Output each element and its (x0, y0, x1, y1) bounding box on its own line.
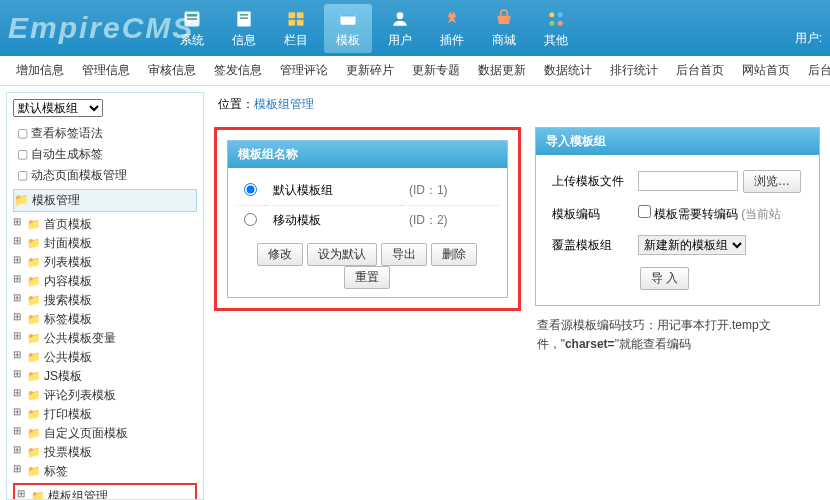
nav-模板[interactable]: 模板 (324, 4, 372, 53)
browse-button[interactable]: 浏览… (743, 170, 801, 193)
tree-item[interactable]: 搜索模板 (13, 291, 197, 310)
svg-rect-11 (341, 13, 356, 16)
subnav-item[interactable]: 后台首页 (670, 58, 730, 83)
cover-select[interactable]: 新建新的模板组 (638, 235, 746, 255)
group-id: (ID：2) (401, 206, 499, 236)
tree-item[interactable]: 公共模板 (13, 348, 197, 367)
action-button-修改[interactable]: 修改 (257, 243, 303, 266)
subnav-item[interactable]: 排行统计 (604, 58, 664, 83)
tree-item[interactable]: 首页模板 (13, 215, 197, 234)
nav-icon (438, 8, 466, 30)
svg-point-14 (558, 12, 563, 17)
encoding-label: 模板编码 (546, 200, 630, 228)
svg-point-12 (397, 12, 404, 19)
group-radio[interactable] (244, 213, 257, 226)
panel2-title: 导入模板组 (536, 128, 819, 155)
tree-item[interactable]: 评论列表模板 (13, 386, 197, 405)
panel1-title: 模板组名称 (228, 141, 507, 168)
template-root-folder[interactable]: 模板管理 (13, 189, 197, 212)
svg-rect-6 (289, 12, 296, 18)
group-name: 默认模板组 (265, 176, 401, 206)
group-name: 移动模板 (265, 206, 401, 236)
subnav-item[interactable]: 更新碎片 (340, 58, 400, 83)
nav-商城[interactable]: 商城 (480, 4, 528, 53)
group-radio[interactable] (244, 183, 257, 196)
svg-rect-1 (187, 14, 197, 17)
nav-icon (282, 8, 310, 30)
action-button-设为默认[interactable]: 设为默认 (307, 243, 377, 266)
side-link[interactable]: 自动生成标签 (13, 144, 197, 165)
side-link[interactable]: 动态页面模板管理 (13, 165, 197, 186)
logo: EmpireCMS (8, 11, 168, 45)
highlight-box-panel: 模板组名称 默认模板组(ID：1)移动模板(ID：2) 修改设为默认导出删除重置 (214, 127, 521, 311)
nav-icon (542, 8, 570, 30)
nav-系统[interactable]: 系统 (168, 4, 216, 53)
subnav-item[interactable]: 更新专题 (406, 58, 466, 83)
import-button[interactable]: 导 入 (640, 267, 689, 290)
subnav-item[interactable]: 增加信息 (10, 58, 70, 83)
svg-rect-8 (289, 19, 296, 25)
svg-rect-9 (297, 19, 304, 25)
highlight-box-tree: 模板组管理 导入/导出模板组 (13, 483, 197, 500)
tree-item[interactable]: 公共模板变量 (13, 329, 197, 348)
subnav-item[interactable]: 管理信息 (76, 58, 136, 83)
tree-item[interactable]: 内容模板 (13, 272, 197, 291)
nav-用户[interactable]: 用户 (376, 4, 424, 53)
action-button-删除[interactable]: 删除 (431, 243, 477, 266)
tree-item[interactable]: 标签 (13, 462, 197, 481)
nav-icon (230, 8, 258, 30)
nav-栏目[interactable]: 栏目 (272, 4, 320, 53)
subnav-item[interactable]: 数据统计 (538, 58, 598, 83)
action-button-导出[interactable]: 导出 (381, 243, 427, 266)
tree-item[interactable]: 打印模板 (13, 405, 197, 424)
breadcrumb: 位置：模板组管理 (218, 96, 820, 113)
tree-item[interactable]: 列表模板 (13, 253, 197, 272)
svg-rect-2 (187, 18, 197, 20)
user-label: 用户: (795, 30, 822, 47)
group-id: (ID：1) (401, 176, 499, 206)
tree-item[interactable]: 封面模板 (13, 234, 197, 253)
nav-icon (334, 8, 362, 30)
upload-field[interactable] (638, 171, 738, 191)
tree-item[interactable]: 投票模板 (13, 443, 197, 462)
cover-label: 覆盖模板组 (546, 230, 630, 260)
subnav-item[interactable]: 数据更新 (472, 58, 532, 83)
svg-point-15 (549, 20, 554, 25)
nav-其他[interactable]: 其他 (532, 4, 580, 53)
nav-icon (386, 8, 414, 30)
tip-text: 查看源模板编码技巧：用记事本打开.temp文件，"charset="就能查看编码 (537, 316, 818, 354)
subnav-item[interactable]: 网站首页 (736, 58, 796, 83)
subnav-item[interactable]: 审核信息 (142, 58, 202, 83)
tree-item[interactable]: 标签模板 (13, 310, 197, 329)
nav-icon (490, 8, 518, 30)
template-group-select[interactable]: 默认模板组 (13, 99, 103, 117)
svg-point-16 (558, 20, 563, 25)
upload-label: 上传模板文件 (546, 165, 630, 198)
subnav-item[interactable]: 管理评论 (274, 58, 334, 83)
sub-nav: 增加信息管理信息审核信息签发信息管理评论更新碎片更新专题数据更新数据统计排行统计… (0, 56, 830, 86)
nav-插件[interactable]: 插件 (428, 4, 476, 53)
nav-信息[interactable]: 信息 (220, 4, 268, 53)
tree-template-group-mgmt[interactable]: 模板组管理 导入/导出模板组 (17, 487, 193, 500)
svg-rect-7 (297, 12, 304, 18)
breadcrumb-link[interactable]: 模板组管理 (254, 97, 314, 111)
subnav-item[interactable]: 签发信息 (208, 58, 268, 83)
encoding-checkbox[interactable] (638, 205, 651, 218)
action-button-重置[interactable]: 重置 (344, 266, 390, 289)
subnav-item[interactable]: 后台地图 (802, 58, 830, 83)
side-link[interactable]: 查看标签语法 (13, 123, 197, 144)
sidebar: 默认模板组 查看标签语法自动生成标签动态页面模板管理 模板管理 首页模板封面模板… (6, 92, 204, 500)
tree-item[interactable]: JS模板 (13, 367, 197, 386)
svg-point-13 (549, 12, 554, 17)
tree-item[interactable]: 自定义页面模板 (13, 424, 197, 443)
nav-icon (178, 8, 206, 30)
